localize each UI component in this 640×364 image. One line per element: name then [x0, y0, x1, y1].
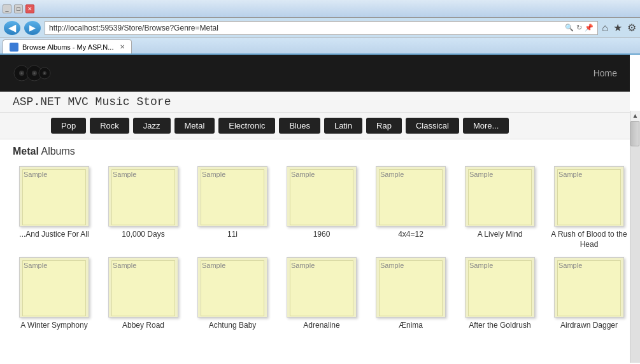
nav-pop[interactable]: Pop — [51, 118, 86, 134]
svg-point-2 — [21, 73, 23, 74]
home-link[interactable]: Home — [594, 68, 617, 78]
album-cover-14: Sample — [554, 257, 624, 318]
nav-jazz[interactable]: Jazz — [133, 118, 171, 134]
scrollbar[interactable]: ▲ ▼ — [630, 111, 640, 363]
album-title-3: 11i — [227, 230, 238, 240]
albums-grid-row1: Sample ...And Justice For All Sample 10,… — [13, 166, 617, 249]
sample-label-6: Sample — [469, 171, 493, 178]
minimize-button[interactable]: _ — [3, 4, 11, 13]
album-card-2[interactable]: Sample 10,000 Days — [102, 166, 185, 249]
albums-grid-row2: Sample A Winter Symphony Sample Abbey Ro… — [13, 257, 617, 331]
nav-rap[interactable]: Rap — [366, 118, 402, 134]
url-text: http://localhost:59539/Store/Browse?Genr… — [49, 24, 565, 32]
album-card-9[interactable]: Sample Abbey Road — [102, 257, 185, 331]
album-title-2: 10,000 Days — [122, 230, 164, 240]
active-tab[interactable]: Browse Albums - My ASP.N... ✕ — [3, 39, 132, 53]
album-cover-12: Sample — [376, 257, 446, 318]
album-card-4[interactable]: Sample 1960 — [280, 166, 363, 249]
title-bar: _ □ ✕ — [0, 0, 640, 18]
tab-favicon — [10, 43, 18, 52]
favorites-icon[interactable]: ★ — [613, 22, 622, 34]
album-card-13[interactable]: Sample After the Goldrush — [459, 257, 541, 331]
album-title-6: A Lively Mind — [478, 230, 523, 240]
sample-label-9: Sample — [113, 262, 136, 269]
album-cover-13: Sample — [465, 257, 535, 318]
album-title-10: Achtung Baby — [209, 321, 257, 331]
nav-blues[interactable]: Blues — [279, 118, 320, 134]
album-cover-11: Sample — [287, 257, 357, 318]
sample-label-5: Sample — [380, 171, 404, 178]
album-cover-7: Sample — [554, 166, 624, 227]
tab-close-icon[interactable]: ✕ — [120, 43, 125, 50]
back-button[interactable]: ◀ — [4, 21, 20, 35]
album-title-4: 1960 — [313, 230, 331, 240]
album-title-11: Adrenaline — [303, 321, 339, 331]
nav-classical[interactable]: Classical — [406, 118, 459, 134]
title-bar-left: _ □ ✕ — [3, 4, 34, 13]
sample-label-7: Sample — [558, 171, 582, 178]
address-bar: ◀ ▶ http://localhost:59539/Store/Browse?… — [0, 18, 640, 38]
album-title-12: Ænima — [399, 321, 423, 331]
sample-label-13: Sample — [469, 262, 493, 269]
settings-icon[interactable]: ⚙ — [627, 22, 636, 34]
sample-label-10: Sample — [202, 262, 225, 269]
album-card-7[interactable]: Sample A Rush of Blood to the Head — [548, 166, 630, 249]
nav-metal[interactable]: Metal — [174, 118, 215, 134]
logo-icon — [13, 60, 51, 86]
album-cover-1: Sample — [19, 166, 89, 227]
toolbar-icons: ⌂ ★ ⚙ — [602, 22, 636, 34]
search-icon: 🔍 — [565, 24, 574, 32]
album-cover-5: Sample — [376, 166, 446, 227]
album-title-5: 4x4=12 — [398, 230, 423, 240]
sample-label-14: Sample — [558, 262, 582, 269]
album-title-14: Airdrawn Dagger — [560, 321, 618, 331]
svg-point-5 — [34, 73, 36, 74]
album-cover-3: Sample — [197, 166, 267, 227]
scroll-up-arrow[interactable]: ▲ — [631, 111, 640, 120]
album-cover-10: Sample — [197, 257, 267, 318]
album-card-14[interactable]: Sample Airdrawn Dagger — [548, 257, 630, 331]
album-cover-9: Sample — [108, 257, 178, 318]
album-card-3[interactable]: Sample 11i — [191, 166, 274, 249]
page-heading: Metal Albums — [13, 146, 617, 157]
close-button[interactable]: ✕ — [25, 4, 34, 13]
nav-menu: Pop Rock Jazz Metal Electronic Blues Lat… — [0, 113, 630, 139]
tab-bar: Browse Albums - My ASP.N... ✕ — [0, 38, 640, 55]
site-title: ASP.NET MVC Music Store — [0, 92, 630, 113]
album-card-10[interactable]: Sample Achtung Baby — [191, 257, 274, 331]
sample-label-4: Sample — [291, 171, 315, 178]
album-title-9: Abbey Road — [122, 321, 164, 331]
url-box[interactable]: http://localhost:59539/Store/Browse?Genr… — [45, 21, 598, 35]
sample-label-1: Sample — [24, 171, 47, 178]
heading-genre: Metal — [13, 146, 39, 157]
album-cover-8: Sample — [19, 257, 89, 318]
page-content: Home ASP.NET MVC Music Store Pop Rock Ja… — [0, 55, 640, 363]
album-title-7: A Rush of Blood to the Head — [548, 230, 630, 249]
tab-title: Browse Albums - My ASP.N... — [22, 43, 113, 51]
nav-latin[interactable]: Latin — [324, 118, 362, 134]
album-card-11[interactable]: Sample Adrenaline — [280, 257, 363, 331]
album-card-12[interactable]: Sample Ænima — [369, 257, 452, 331]
pin-icon: 📌 — [585, 24, 594, 32]
album-card-6[interactable]: Sample A Lively Mind — [459, 166, 541, 249]
album-card-1[interactable]: Sample ...And Justice For All — [13, 166, 96, 249]
sample-label-12: Sample — [380, 262, 404, 269]
site-logo — [13, 60, 51, 86]
album-card-5[interactable]: Sample 4x4=12 — [369, 166, 452, 249]
album-card-8[interactable]: Sample A Winter Symphony — [13, 257, 96, 331]
forward-button[interactable]: ▶ — [24, 21, 41, 35]
scroll-track[interactable] — [630, 121, 640, 363]
nav-more[interactable]: More... — [463, 118, 509, 134]
album-title-8: A Winter Symphony — [20, 321, 87, 331]
scroll-thumb[interactable] — [630, 121, 639, 146]
refresh-icon: ↻ — [576, 24, 582, 32]
site-header: Home — [0, 55, 630, 92]
nav-rock[interactable]: Rock — [90, 118, 129, 134]
heading-rest: Albums — [39, 146, 75, 157]
home-icon[interactable]: ⌂ — [602, 22, 608, 34]
sample-label-8: Sample — [24, 262, 47, 269]
album-cover-4: Sample — [287, 166, 357, 227]
maximize-button[interactable]: □ — [14, 4, 23, 13]
nav-electronic[interactable]: Electronic — [218, 118, 275, 134]
album-cover-6: Sample — [465, 166, 535, 227]
